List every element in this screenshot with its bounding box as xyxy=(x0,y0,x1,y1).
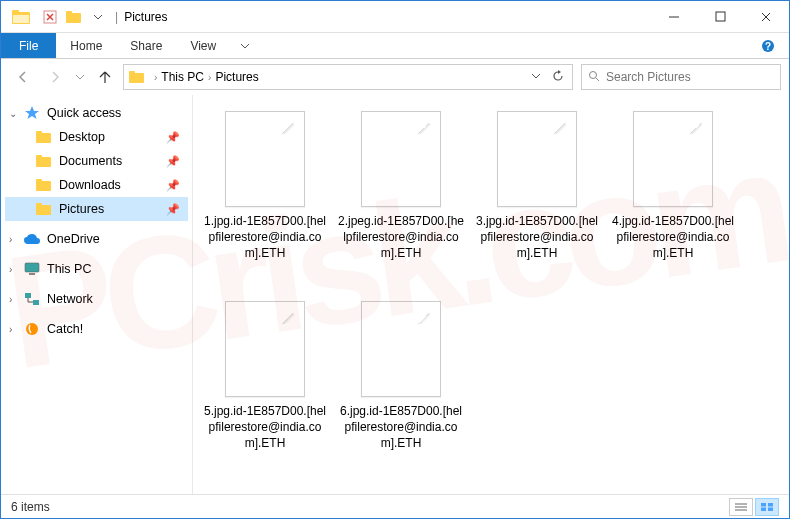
svg-rect-1 xyxy=(12,10,19,14)
qat-customize-icon[interactable] xyxy=(87,6,109,28)
status-bar: 6 items xyxy=(1,494,789,518)
ribbon-expand-icon[interactable] xyxy=(230,33,260,58)
svg-rect-22 xyxy=(25,263,39,272)
breadcrumb-thispc[interactable]: This PC xyxy=(161,70,204,84)
folder-icon xyxy=(35,128,53,146)
network-icon xyxy=(23,290,41,308)
help-icon[interactable]: ? xyxy=(753,33,783,58)
minimize-button[interactable] xyxy=(651,2,697,32)
file-icon xyxy=(225,301,305,397)
svg-rect-19 xyxy=(36,179,42,183)
sidebar-item-label: Desktop xyxy=(59,130,105,144)
svg-rect-21 xyxy=(36,203,42,207)
svg-line-13 xyxy=(596,78,599,81)
tab-view[interactable]: View xyxy=(176,33,230,58)
file-item[interactable]: 3.jpg.id-1E857D00.[helpfilerestore@india… xyxy=(469,105,605,295)
close-button[interactable] xyxy=(743,2,789,32)
details-view-button[interactable] xyxy=(729,498,753,516)
search-placeholder: Search Pictures xyxy=(606,70,691,84)
file-name: 1.jpg.id-1E857D00.[helpfilerestore@india… xyxy=(201,213,329,262)
file-item[interactable]: 1.jpg.id-1E857D00.[helpfilerestore@india… xyxy=(197,105,333,295)
svg-rect-23 xyxy=(29,273,35,275)
tab-home[interactable]: Home xyxy=(56,33,116,58)
titlebar: | Pictures xyxy=(1,1,789,33)
navigation-pane: ⌄ Quick access Desktop📌Documents📌Downloa… xyxy=(1,95,193,494)
svg-point-26 xyxy=(26,323,38,335)
window-title: Pictures xyxy=(124,10,167,24)
svg-point-12 xyxy=(590,71,597,78)
file-icon xyxy=(361,111,441,207)
sidebar-item-label: Catch! xyxy=(47,322,83,336)
qat-newfolder-icon[interactable] xyxy=(63,6,85,28)
recent-locations-button[interactable] xyxy=(73,63,87,91)
titlebar-left: | Pictures xyxy=(1,1,167,32)
svg-rect-33 xyxy=(768,507,773,511)
forward-button[interactable] xyxy=(41,63,69,91)
sidebar-item-label: This PC xyxy=(47,262,91,276)
tab-share[interactable]: Share xyxy=(116,33,176,58)
chevron-right-icon[interactable]: › xyxy=(9,234,21,245)
chevron-right-icon[interactable]: › xyxy=(9,264,21,275)
file-tab[interactable]: File xyxy=(1,33,56,58)
sidebar-item-onedrive[interactable]: ›OneDrive xyxy=(5,227,188,251)
status-item-count: 6 items xyxy=(11,500,50,514)
star-icon xyxy=(23,104,41,122)
svg-rect-24 xyxy=(25,293,31,298)
search-input[interactable]: Search Pictures xyxy=(581,64,781,90)
svg-rect-5 xyxy=(66,11,72,15)
sidebar-item-thispc[interactable]: ›This PC xyxy=(5,257,188,281)
quick-access-label: Quick access xyxy=(47,106,121,120)
chevron-right-icon[interactable]: › xyxy=(154,72,157,83)
pin-icon: 📌 xyxy=(166,131,180,144)
thispc-icon xyxy=(23,260,41,278)
file-icon xyxy=(225,111,305,207)
window-controls xyxy=(651,2,789,32)
sidebar-item-label: Downloads xyxy=(59,178,121,192)
svg-rect-31 xyxy=(768,503,773,507)
svg-rect-25 xyxy=(33,300,39,305)
title-separator: | xyxy=(115,10,118,24)
file-item[interactable]: 5.jpg.id-1E857D00.[helpfilerestore@india… xyxy=(197,295,333,485)
chevron-right-icon[interactable]: › xyxy=(9,294,21,305)
folder-icon xyxy=(35,176,53,194)
refresh-icon[interactable] xyxy=(548,70,568,85)
sidebar-item-downloads[interactable]: Downloads📌 xyxy=(5,173,188,197)
sidebar-item-desktop[interactable]: Desktop📌 xyxy=(5,125,188,149)
chevron-right-icon[interactable]: › xyxy=(9,324,21,335)
svg-rect-15 xyxy=(36,131,42,135)
file-icon xyxy=(633,111,713,207)
onedrive-icon xyxy=(23,230,41,248)
file-name: 6.jpg.id-1E857D00.[helpfilerestore@india… xyxy=(337,403,465,452)
sidebar-item-catch[interactable]: ›Catch! xyxy=(5,317,188,341)
file-item[interactable]: 4.jpg.id-1E857D00.[helpfilerestore@india… xyxy=(605,105,741,295)
sidebar-item-label: Documents xyxy=(59,154,122,168)
explorer-icon[interactable] xyxy=(7,3,35,31)
sidebar-quick-access[interactable]: ⌄ Quick access xyxy=(5,101,188,125)
maximize-button[interactable] xyxy=(697,2,743,32)
quick-access-toolbar xyxy=(39,6,109,28)
folder-icon xyxy=(35,200,53,218)
breadcrumb-pictures[interactable]: Pictures xyxy=(215,70,258,84)
pin-icon: 📌 xyxy=(166,155,180,168)
file-item[interactable]: 6.jpg.id-1E857D00.[helpfilerestore@india… xyxy=(333,295,469,485)
qat-properties-icon[interactable] xyxy=(39,6,61,28)
address-dropdown-icon[interactable] xyxy=(526,70,546,85)
content-area: ⌄ Quick access Desktop📌Documents📌Downloa… xyxy=(1,95,789,494)
thumbnails-view-button[interactable] xyxy=(755,498,779,516)
back-button[interactable] xyxy=(9,63,37,91)
svg-text:?: ? xyxy=(765,41,771,52)
svg-rect-11 xyxy=(129,71,135,75)
pin-icon: 📌 xyxy=(166,179,180,192)
address-folder-icon xyxy=(128,68,146,86)
files-view[interactable]: 1.jpg.id-1E857D00.[helpfilerestore@india… xyxy=(193,95,789,494)
sidebar-item-label: Pictures xyxy=(59,202,104,216)
up-button[interactable] xyxy=(91,63,119,91)
sidebar-item-pictures[interactable]: Pictures📌 xyxy=(5,197,188,221)
chevron-down-icon[interactable]: ⌄ xyxy=(9,108,21,119)
sidebar-item-network[interactable]: ›Network xyxy=(5,287,188,311)
sidebar-item-documents[interactable]: Documents📌 xyxy=(5,149,188,173)
chevron-right-icon[interactable]: › xyxy=(208,72,211,83)
address-bar[interactable]: › This PC › Pictures xyxy=(123,64,573,90)
file-name: 4.jpg.id-1E857D00.[helpfilerestore@india… xyxy=(609,213,737,262)
file-item[interactable]: 2.jpeg.id-1E857D00.[helpfilerestore@indi… xyxy=(333,105,469,295)
